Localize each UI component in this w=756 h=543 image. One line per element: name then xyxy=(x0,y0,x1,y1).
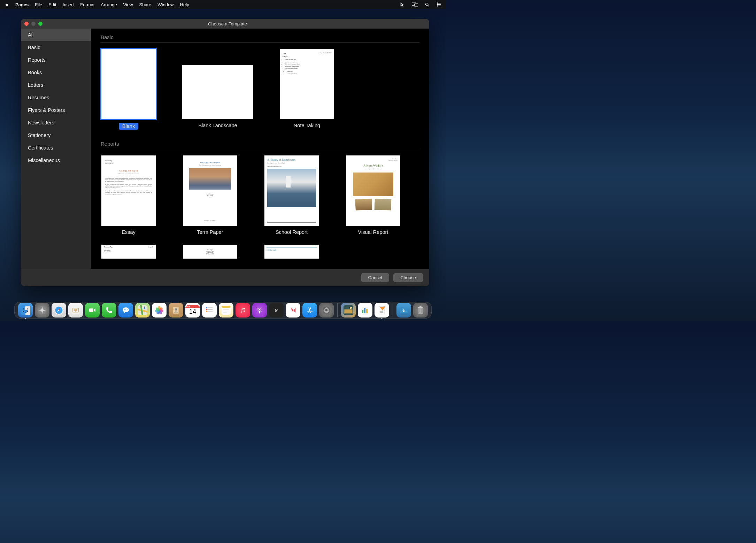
dock-photos-icon[interactable] xyxy=(152,303,167,318)
template-partial-3[interactable]: COMPANY NAME xyxy=(264,245,319,262)
svg-point-7 xyxy=(23,308,24,309)
menu-file[interactable]: File xyxy=(35,2,42,7)
menu-insert[interactable]: Insert xyxy=(63,2,74,7)
school-report-title: A History of Lighthouses xyxy=(267,158,316,161)
cursor-icon[interactable] xyxy=(400,2,405,7)
template-blank[interactable]: Blank xyxy=(101,49,156,130)
svg-point-19 xyxy=(127,309,128,310)
dock-calendar-icon[interactable]: FEB 14 xyxy=(185,303,200,318)
dock-safari-icon[interactable] xyxy=(52,303,66,318)
spotlight-search-icon[interactable] xyxy=(425,2,430,7)
svg-point-3 xyxy=(437,3,438,3)
menu-window[interactable]: Window xyxy=(157,2,173,7)
template-thumb[interactable]: Urna SemperInstructor's NameCourse Title… xyxy=(183,245,237,259)
menu-share[interactable]: Share xyxy=(139,2,152,7)
template-blank-landscape[interactable]: Blank Landscape xyxy=(182,49,253,130)
screen-mirroring-icon[interactable] xyxy=(411,2,418,7)
dock-facetime-icon[interactable] xyxy=(85,303,100,318)
svg-rect-1 xyxy=(415,4,418,6)
template-grid: Basic Blank Blank Landscape Tuesday, Mar… xyxy=(91,29,429,269)
dock-finder-icon[interactable] xyxy=(18,303,33,318)
menu-help[interactable]: Help xyxy=(180,2,190,7)
dock-settings-icon[interactable] xyxy=(319,303,334,318)
control-center-icon[interactable] xyxy=(436,2,442,7)
template-thumb[interactable]: Tuesday, March 28, 2017 Title Subject Et… xyxy=(280,49,334,119)
svg-rect-58 xyxy=(419,306,422,307)
dock-tv-icon[interactable]: tv xyxy=(269,303,284,318)
svg-point-4 xyxy=(437,4,438,5)
dock-launchpad-icon[interactable] xyxy=(35,303,49,318)
sidebar-item-newsletters[interactable]: Newsletters xyxy=(21,116,91,129)
menu-edit[interactable]: Edit xyxy=(48,2,56,7)
dock-maps-icon[interactable] xyxy=(135,303,150,318)
template-thumb[interactable] xyxy=(182,65,253,119)
template-essay[interactable]: Urna SemperInstructor's NameFebruary 8, … xyxy=(101,155,156,235)
dock-podcasts-icon[interactable] xyxy=(252,303,267,318)
sidebar-item-certificates[interactable]: Certificates xyxy=(21,142,91,154)
template-thumb[interactable]: Urna SemperInstructor's NameFebruary 8, … xyxy=(101,155,156,226)
sidebar-item-flyers-posters[interactable]: Flyers & Posters xyxy=(21,104,91,116)
menubar: Pages File Edit Insert Format Arrange Vi… xyxy=(0,0,446,9)
sidebar-item-all[interactable]: All xyxy=(21,29,91,41)
template-note-taking[interactable]: Tuesday, March 28, 2017 Title Subject Et… xyxy=(279,49,335,130)
dock-contacts-icon[interactable] xyxy=(169,303,183,318)
svg-point-18 xyxy=(125,309,126,310)
dock-news-icon[interactable] xyxy=(286,303,300,318)
template-school-report[interactable]: A History of Lighthouses Lorem ipsum dol… xyxy=(264,155,319,235)
term-paper-image xyxy=(189,168,231,190)
sidebar-item-resumes[interactable]: Resumes xyxy=(21,91,91,104)
visual-report-title: African Wildlife xyxy=(349,164,398,167)
choose-button[interactable]: Choose xyxy=(393,273,423,282)
visual-report-image-main xyxy=(352,172,394,197)
dock-messages-icon[interactable] xyxy=(118,303,133,318)
dock-recent-preview-icon[interactable] xyxy=(341,303,356,318)
template-research-paper[interactable]: Research PaperSample 1 Urna SemperInstru… xyxy=(101,245,156,262)
template-thumb[interactable]: A History of Lighthouses Lorem ipsum dol… xyxy=(264,155,319,226)
template-label: School Report xyxy=(276,229,308,235)
template-term-paper[interactable]: Geology 101 Report Sed et lacus quis eni… xyxy=(182,155,238,235)
menu-arrange[interactable]: Arrange xyxy=(101,2,117,7)
sidebar-item-miscellaneous[interactable]: Miscellaneous xyxy=(21,154,91,167)
svg-rect-52 xyxy=(364,308,365,313)
dock-appstore-icon[interactable] xyxy=(302,303,317,318)
dock-notes-icon[interactable] xyxy=(219,303,233,318)
template-thumb[interactable]: Geology 101 Report Sed et lacus quis eni… xyxy=(183,155,237,226)
svg-point-36 xyxy=(206,309,207,310)
dock-recent-pages-icon[interactable] xyxy=(375,303,389,318)
term-paper-title: Geology 101 Report xyxy=(186,161,234,164)
sidebar-item-basic[interactable]: Basic xyxy=(21,41,91,54)
dock-reminders-icon[interactable] xyxy=(202,303,217,318)
dock-downloads-icon[interactable] xyxy=(396,303,411,318)
menu-format[interactable]: Format xyxy=(80,2,94,7)
visual-report-image-small xyxy=(354,198,373,211)
sidebar-item-books[interactable]: Books xyxy=(21,66,91,79)
sidebar-item-stationery[interactable]: Stationery xyxy=(21,129,91,142)
template-thumb[interactable] xyxy=(101,49,156,119)
svg-rect-42 xyxy=(223,313,227,313)
section-header-reports: Reports xyxy=(101,139,419,149)
dock-music-icon[interactable] xyxy=(236,303,250,318)
template-thumb[interactable]: Trent PruceSeptember 14 2018 African Wil… xyxy=(346,155,400,226)
sidebar-item-reports[interactable]: Reports xyxy=(21,54,91,66)
dock-mail-icon[interactable] xyxy=(68,303,83,318)
cancel-button[interactable]: Cancel xyxy=(361,273,389,282)
svg-rect-56 xyxy=(380,312,383,313)
school-report-byline: Trent Pruce · February 8, 2019 xyxy=(267,166,316,167)
template-partial-2[interactable]: Urna SemperInstructor's NameCourse Title… xyxy=(182,245,238,262)
template-thumb[interactable]: Research PaperSample 1 Urna SemperInstru… xyxy=(101,245,156,259)
svg-rect-40 xyxy=(223,309,229,310)
dock-phone-icon[interactable] xyxy=(102,303,116,318)
dock: FEB 14 tv xyxy=(14,302,432,319)
close-button[interactable] xyxy=(24,22,29,26)
menu-view[interactable]: View xyxy=(123,2,133,7)
template-visual-report[interactable]: Trent PruceSeptember 14 2018 African Wil… xyxy=(345,155,401,235)
template-thumb[interactable]: COMPANY NAME xyxy=(264,245,319,259)
dock-trash-icon[interactable] xyxy=(413,303,428,318)
template-label: Essay xyxy=(122,229,136,235)
apple-menu-icon[interactable] xyxy=(4,2,9,7)
svg-rect-49 xyxy=(344,309,352,314)
menubar-app-name[interactable]: Pages xyxy=(15,2,29,7)
template-label: Blank Landscape xyxy=(198,123,237,128)
dock-recent-numbers-icon[interactable] xyxy=(358,303,372,318)
sidebar-item-letters[interactable]: Letters xyxy=(21,79,91,91)
